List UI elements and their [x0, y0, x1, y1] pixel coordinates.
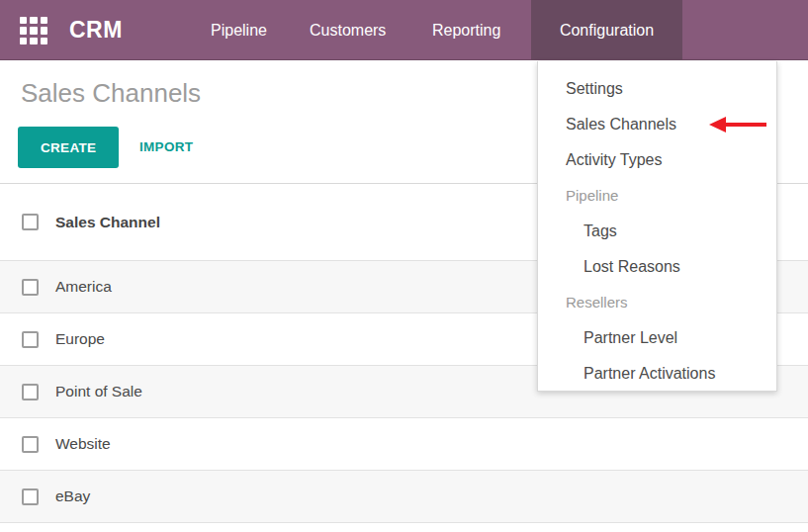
row-label: Point of Sale: [55, 383, 142, 400]
menu-item-lost-reasons[interactable]: Lost Reasons: [538, 249, 776, 285]
menu-item-partner-level[interactable]: Partner Level: [538, 320, 776, 356]
row-checkbox[interactable]: [22, 279, 39, 296]
configuration-dropdown-menu: Settings Sales Channels Activity Types P…: [537, 61, 777, 392]
menu-item-sales-channels[interactable]: Sales Channels: [538, 107, 776, 142]
menu-section-pipeline: Pipeline: [538, 178, 776, 214]
nav-item-pipeline[interactable]: Pipeline: [197, 0, 281, 60]
menu-item-activity-types[interactable]: Activity Types: [538, 142, 776, 178]
nav-item-reporting[interactable]: Reporting: [418, 0, 514, 60]
nav-item-customers[interactable]: Customers: [296, 0, 400, 60]
menu-section-resellers: Resellers: [538, 285, 776, 320]
create-button[interactable]: CREATE: [18, 127, 119, 168]
row-checkbox[interactable]: [22, 384, 39, 400]
row-checkbox[interactable]: [22, 436, 39, 453]
menu-item-settings[interactable]: Settings: [538, 71, 776, 107]
row-checkbox[interactable]: [22, 488, 39, 505]
row-checkbox[interactable]: [22, 331, 39, 348]
row-label: America: [55, 278, 112, 296]
apps-grid-icon[interactable]: [20, 17, 47, 44]
row-label: Website: [55, 435, 111, 453]
nav-item-configuration[interactable]: Configuration: [531, 0, 682, 60]
page-title: Sales Channels: [21, 78, 201, 109]
import-button[interactable]: IMPORT: [139, 127, 193, 168]
menu-item-tags[interactable]: Tags: [538, 214, 776, 249]
row-label: Europe: [55, 330, 105, 348]
menu-item-partner-activations[interactable]: Partner Activations: [538, 356, 776, 392]
column-header-sales-channel[interactable]: Sales Channel: [55, 214, 160, 231]
row-label: eBay: [55, 488, 90, 505]
top-navbar: CRM Pipeline Customers Reporting Configu…: [0, 0, 808, 60]
list-row-website[interactable]: Website: [0, 418, 808, 471]
select-all-checkbox[interactable]: [22, 214, 39, 230]
list-row-ebay[interactable]: eBay: [0, 471, 808, 523]
app-title: CRM: [69, 0, 123, 60]
